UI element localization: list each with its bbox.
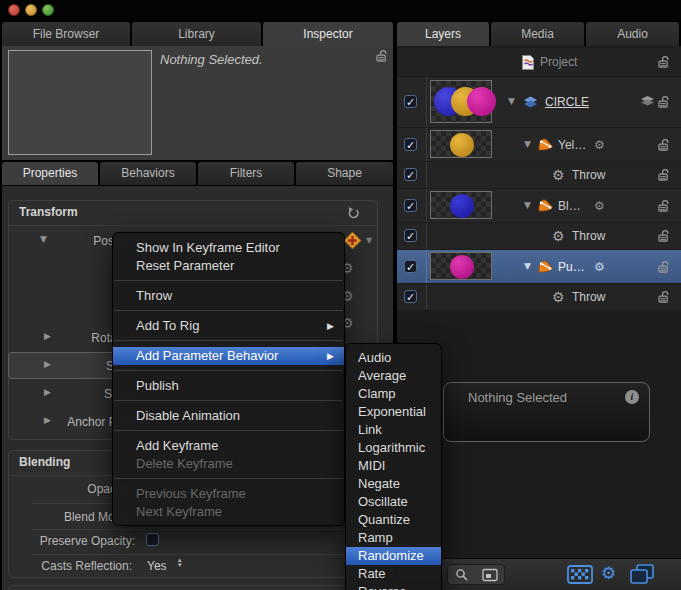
menu-item-previous-keyframe: Previous Keyframe bbox=[113, 485, 344, 503]
layer-thumbnail bbox=[430, 80, 492, 123]
tab-library[interactable]: Library bbox=[132, 22, 261, 46]
layer-row-throw[interactable]: ✓ ⚙ Throw bbox=[397, 284, 681, 310]
lock-icon[interactable] bbox=[658, 260, 671, 274]
layer-row-throw[interactable]: ✓ ⚙ Throw bbox=[397, 223, 681, 249]
motion-app-window: File Browser Library Inspector Nothing S… bbox=[0, 0, 681, 590]
gear-icon[interactable]: ⚙ bbox=[594, 260, 605, 274]
reset-parameter-icon[interactable] bbox=[345, 206, 360, 221]
preserve-opacity-checkbox[interactable] bbox=[146, 533, 159, 546]
menu-item-publish[interactable]: Publish bbox=[113, 377, 344, 395]
lock-icon[interactable] bbox=[658, 168, 671, 182]
minimize-window-button[interactable] bbox=[25, 4, 37, 16]
casts-reflection-value[interactable]: Yes bbox=[147, 559, 167, 573]
layer-row-throw[interactable]: ✓ ⚙ Throw bbox=[397, 162, 681, 188]
submenu-item-logarithmic[interactable]: Logarithmic bbox=[346, 439, 441, 457]
layer-row-purple-selected[interactable]: ✓ ▼ Pu… ⚙ bbox=[397, 250, 681, 283]
lock-icon[interactable] bbox=[658, 95, 671, 109]
submenu-item-negate[interactable]: Negate bbox=[346, 475, 441, 493]
info-icon[interactable]: i bbox=[625, 390, 639, 404]
menu-item-reset-parameter[interactable]: Reset Parameter bbox=[113, 257, 344, 275]
submenu-item-quantize[interactable]: Quantize bbox=[346, 511, 441, 529]
layer-row-project[interactable]: Project bbox=[397, 48, 681, 76]
preview-status-text: Nothing Selected. bbox=[160, 52, 263, 67]
footer-button-group bbox=[447, 564, 505, 585]
behavior-shape-icon bbox=[538, 137, 554, 152]
layer-name[interactable]: CIRCLE bbox=[545, 95, 589, 109]
submenu-item-exponential[interactable]: Exponential bbox=[346, 403, 441, 421]
submenu-item-audio[interactable]: Audio bbox=[346, 349, 441, 367]
tab-filters[interactable]: Filters bbox=[198, 162, 294, 185]
tab-properties[interactable]: Properties bbox=[2, 162, 98, 185]
layer-activation-checkbox[interactable]: ✓ bbox=[404, 95, 417, 108]
tab-shape[interactable]: Shape bbox=[296, 162, 393, 185]
behavior-gear-icon: ⚙ bbox=[552, 167, 565, 183]
layer-name[interactable]: Throw bbox=[572, 290, 605, 304]
lock-icon[interactable] bbox=[376, 49, 389, 63]
behavior-gear-icon: ⚙ bbox=[552, 228, 565, 244]
layer-activation-checkbox[interactable]: ✓ bbox=[404, 138, 417, 151]
stepper-down-icon[interactable]: ▾ bbox=[178, 563, 182, 568]
layer-activation-checkbox[interactable]: ✓ bbox=[404, 229, 417, 242]
menu-item-label: Add Parameter Behavior bbox=[136, 348, 278, 363]
menu-item-throw[interactable]: Throw bbox=[113, 287, 344, 305]
submenu-item-midi[interactable]: MIDI bbox=[346, 457, 441, 475]
layer-disclosure-triangle[interactable]: ▼ bbox=[524, 200, 531, 210]
layer-activation-checkbox[interactable]: ✓ bbox=[404, 199, 417, 212]
lock-icon[interactable] bbox=[658, 138, 671, 152]
submenu-item-average[interactable]: Average bbox=[346, 367, 441, 385]
layer-thumbnail bbox=[430, 130, 492, 158]
submenu-item-ramp[interactable]: Ramp bbox=[346, 529, 441, 547]
layer-activation-checkbox[interactable]: ✓ bbox=[404, 260, 417, 273]
layer-disclosure-triangle[interactable]: ▼ bbox=[524, 139, 531, 149]
lock-icon[interactable] bbox=[658, 199, 671, 213]
menu-separator bbox=[113, 473, 344, 485]
tab-behaviors[interactable]: Behaviors bbox=[100, 162, 196, 185]
group-disclosure-triangle[interactable]: ▼ bbox=[508, 96, 515, 106]
lock-icon[interactable] bbox=[658, 290, 671, 304]
submenu-item-rate[interactable]: Rate bbox=[346, 565, 441, 583]
casts-reflection-stepper[interactable]: ▴ ▾ bbox=[178, 558, 182, 568]
submenu-item-clamp[interactable]: Clamp bbox=[346, 385, 441, 403]
layer-name[interactable]: Pu… bbox=[558, 260, 585, 274]
animation-menu-chevron[interactable]: ▼ bbox=[366, 236, 372, 245]
keyframe-diamond-icon[interactable] bbox=[343, 231, 362, 250]
layers-stack-icon[interactable] bbox=[640, 95, 655, 108]
submenu-item-oscillate[interactable]: Oscillate bbox=[346, 493, 441, 511]
layer-name[interactable]: Yel… bbox=[558, 138, 586, 152]
menu-item-disable-animation[interactable]: Disable Animation bbox=[113, 407, 344, 425]
layer-row-yellow[interactable]: ✓ ▼ Yel… ⚙ bbox=[397, 128, 681, 161]
submenu-item-randomize[interactable]: Randomize bbox=[346, 547, 441, 565]
menu-item-add-parameter-behavior[interactable]: Add Parameter Behavior ▶ bbox=[113, 347, 344, 365]
tab-media[interactable]: Media bbox=[491, 22, 584, 46]
layer-name[interactable]: Bl… bbox=[558, 199, 581, 213]
close-window-button[interactable] bbox=[8, 4, 20, 16]
tab-inspector[interactable]: Inspector bbox=[263, 22, 393, 46]
magenta-circle-thumb bbox=[467, 87, 496, 116]
lock-icon[interactable] bbox=[658, 55, 671, 69]
tab-audio[interactable]: Audio bbox=[586, 22, 679, 46]
layers-panes-icon[interactable] bbox=[629, 564, 655, 585]
gear-icon[interactable]: ⚙ bbox=[594, 138, 605, 152]
gear-toggle-icon[interactable]: ⚙ bbox=[601, 563, 616, 583]
layer-row-circle-group[interactable]: ✓ ▼ CIRCLE bbox=[397, 77, 681, 127]
tab-layers[interactable]: Layers bbox=[397, 22, 489, 46]
layer-row-blue[interactable]: ✓ ▼ Bl… ⚙ bbox=[397, 189, 681, 222]
layer-name[interactable]: Throw bbox=[572, 229, 605, 243]
menu-item-add-to-rig[interactable]: Add To Rig ▶ bbox=[113, 317, 344, 335]
lock-icon[interactable] bbox=[658, 229, 671, 243]
layer-activation-checkbox[interactable]: ✓ bbox=[404, 290, 417, 303]
preview-frame-icon[interactable] bbox=[482, 568, 498, 582]
submenu-item-link[interactable]: Link bbox=[346, 421, 441, 439]
tab-file-browser[interactable]: File Browser bbox=[2, 22, 130, 46]
activation-column: ✓ bbox=[397, 284, 427, 310]
gear-icon[interactable]: ⚙ bbox=[594, 199, 605, 213]
zoom-window-button[interactable] bbox=[42, 4, 54, 16]
menu-item-add-keyframe[interactable]: Add Keyframe bbox=[113, 437, 344, 455]
submenu-item-reverse[interactable]: Reverse bbox=[346, 583, 441, 590]
layer-disclosure-triangle[interactable]: ▼ bbox=[524, 261, 531, 271]
layer-name[interactable]: Throw bbox=[572, 168, 605, 182]
checkerboard-toggle-icon[interactable] bbox=[567, 565, 593, 584]
search-icon[interactable] bbox=[455, 568, 469, 582]
menu-item-show-in-keyframe-editor[interactable]: Show In Keyframe Editor bbox=[113, 239, 344, 257]
layer-activation-checkbox[interactable]: ✓ bbox=[404, 168, 417, 181]
